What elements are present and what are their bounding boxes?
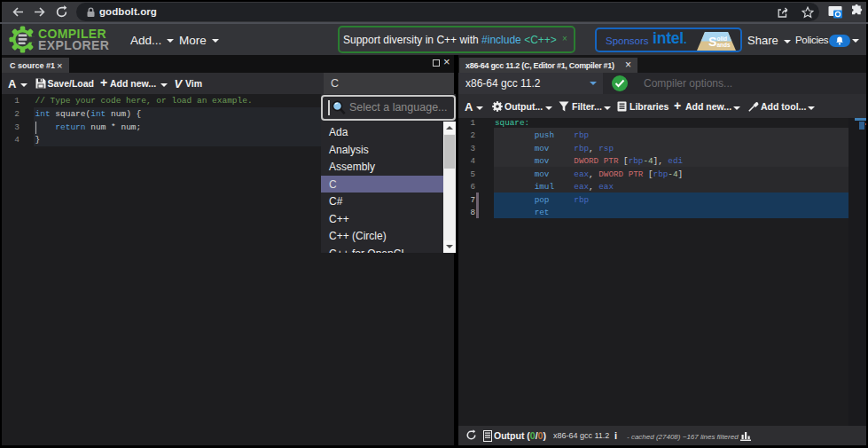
svg-text:olid: olid: [717, 35, 728, 42]
svg-text:ands: ands: [717, 42, 731, 48]
svg-text:S: S: [708, 35, 716, 49]
